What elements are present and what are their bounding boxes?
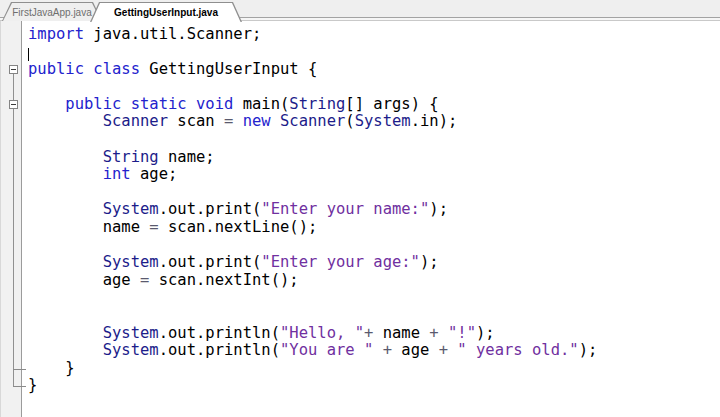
code-line-11[interactable]: System.out.print("Enter your name:"); xyxy=(21,201,720,219)
code-token: String xyxy=(103,148,159,166)
code-token: scan.nextInt(); xyxy=(149,271,298,289)
code-token: "Enter your age:" xyxy=(261,253,420,271)
code-token: .out.println( xyxy=(159,341,280,359)
code-line-6[interactable]: Scanner scan = new Scanner(System.in); xyxy=(21,113,720,131)
code-area[interactable]: import java.util.Scanner;public class Ge… xyxy=(21,21,720,417)
code-line-20[interactable]: } xyxy=(21,360,720,378)
code-token: ( xyxy=(345,112,354,130)
code-token: .out.println( xyxy=(159,324,280,342)
fold-scope-line xyxy=(13,70,14,387)
fold-collapse-box[interactable] xyxy=(9,100,18,109)
code-line-2[interactable] xyxy=(21,43,720,61)
code-token: System xyxy=(355,112,411,130)
code-line-18[interactable]: System.out.println("Hello, "+ name + "!"… xyxy=(21,325,720,343)
code-token: main( xyxy=(233,95,289,113)
code-token: .out.print( xyxy=(159,200,262,218)
code-token: name; xyxy=(159,148,215,166)
code-editor[interactable]: import java.util.Scanner;public class Ge… xyxy=(0,21,720,417)
code-token xyxy=(28,324,103,342)
code-line-14[interactable]: System.out.print("Enter your age:"); xyxy=(21,254,720,272)
code-token xyxy=(28,253,103,271)
code-token: "Enter your name:" xyxy=(261,200,429,218)
code-token: public xyxy=(65,95,121,113)
code-line-16[interactable] xyxy=(21,289,720,307)
code-line-4[interactable] xyxy=(21,78,720,96)
code-token: = xyxy=(140,271,149,289)
code-token xyxy=(448,341,457,359)
code-token: Scanner xyxy=(280,112,345,130)
code-token: = xyxy=(149,218,158,236)
minus-icon xyxy=(11,69,16,70)
code-token: = xyxy=(224,112,233,130)
fold-collapse-box[interactable] xyxy=(9,65,18,74)
code-token xyxy=(28,112,103,130)
code-token: + xyxy=(429,324,438,342)
code-token: static xyxy=(131,95,187,113)
code-token: import xyxy=(28,25,84,43)
code-token: ); xyxy=(579,341,598,359)
code-token: } xyxy=(28,376,37,394)
code-token xyxy=(28,165,103,183)
code-token: .out.print( xyxy=(159,253,262,271)
code-token: int xyxy=(103,165,131,183)
code-line-8[interactable]: String name; xyxy=(21,149,720,167)
code-token: + xyxy=(439,341,448,359)
code-token: System xyxy=(103,341,159,359)
code-token xyxy=(28,341,103,359)
tab-gettinguserinput[interactable]: GettingUserInput.java xyxy=(90,2,242,21)
code-token: System xyxy=(103,200,159,218)
code-line-19[interactable]: System.out.println("You are " + age + " … xyxy=(21,342,720,360)
code-token: String xyxy=(289,95,345,113)
minus-icon xyxy=(11,104,16,105)
code-line-5[interactable]: public static void main(String[] args) { xyxy=(21,96,720,114)
code-token xyxy=(84,60,93,78)
code-token: ); xyxy=(420,253,439,271)
code-line-12[interactable]: name = scan.nextLine(); xyxy=(21,219,720,237)
code-token: scan.nextLine(); xyxy=(159,218,318,236)
code-token xyxy=(439,324,448,342)
code-line-1[interactable]: import java.util.Scanner; xyxy=(21,26,720,44)
code-line-7[interactable] xyxy=(21,131,720,149)
code-token: scan xyxy=(168,112,224,130)
code-token xyxy=(233,112,242,130)
tab-label: FirstJavaApp.java xyxy=(2,2,102,21)
code-token: } xyxy=(28,359,75,377)
code-token: name xyxy=(28,218,149,236)
code-token: "Hello, " xyxy=(280,324,364,342)
code-token xyxy=(28,95,65,113)
code-line-17[interactable] xyxy=(21,307,720,325)
code-token xyxy=(28,200,103,218)
code-token: name xyxy=(373,324,429,342)
code-line-21[interactable]: } xyxy=(21,377,720,395)
code-token: void xyxy=(196,95,233,113)
code-token: .in); xyxy=(411,112,458,130)
code-line-10[interactable] xyxy=(21,184,720,202)
code-token: age xyxy=(28,271,140,289)
code-token: System xyxy=(103,324,159,342)
code-token: age xyxy=(392,341,439,359)
tab-bar: FirstJavaApp.java GettingUserInput.java xyxy=(0,0,720,21)
code-token xyxy=(271,112,280,130)
code-token: System xyxy=(103,253,159,271)
code-token: java.util.Scanner; xyxy=(84,25,261,43)
code-token xyxy=(121,95,130,113)
code-line-13[interactable] xyxy=(21,237,720,255)
code-token: class xyxy=(93,60,140,78)
code-line-9[interactable]: int age; xyxy=(21,166,720,184)
code-token xyxy=(187,95,196,113)
code-token: Scanner xyxy=(103,112,168,130)
code-token xyxy=(28,148,103,166)
code-line-15[interactable]: age = scan.nextInt(); xyxy=(21,272,720,290)
ide-window: { "tab_bar": { "tabs": [ {"label": "Firs… xyxy=(0,0,720,417)
code-token: ); xyxy=(429,200,448,218)
code-token: [] args) { xyxy=(345,95,438,113)
code-token: public xyxy=(28,60,84,78)
code-token: + xyxy=(364,324,373,342)
code-token: age; xyxy=(131,165,178,183)
tab-firstjavaapp[interactable]: FirstJavaApp.java xyxy=(2,2,102,21)
code-line-3[interactable]: public class GettingUserInput { xyxy=(21,61,720,79)
code-token: " years old." xyxy=(457,341,578,359)
code-token: "You are " xyxy=(280,341,373,359)
code-token: new xyxy=(243,112,271,130)
tab-label: GettingUserInput.java xyxy=(90,2,242,21)
